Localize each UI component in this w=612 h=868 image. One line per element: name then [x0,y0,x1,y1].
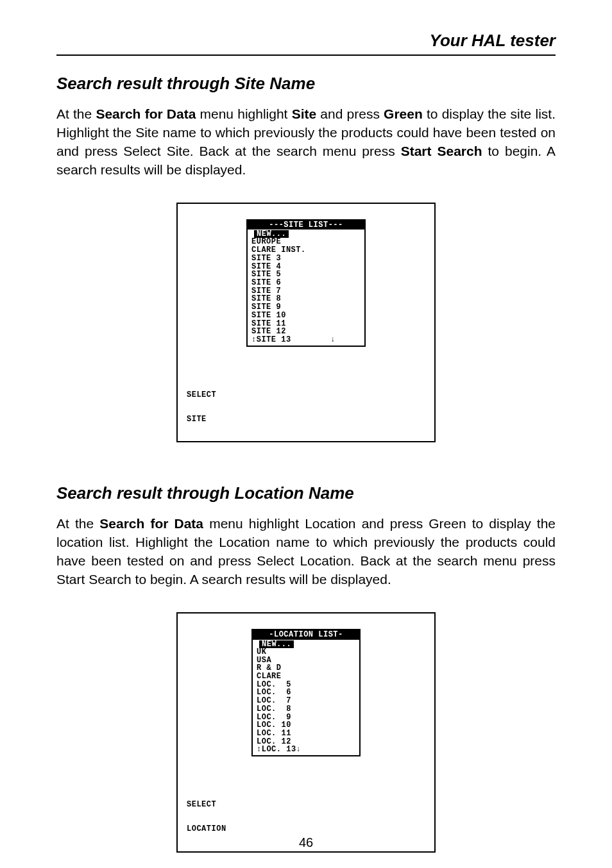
softkey-line: SELECT [187,391,427,399]
bold-site: Site [292,106,317,121]
site-list-item[interactable]: SITE 10 [251,312,361,320]
softkey-line: SITE [187,415,427,424]
softkey-select-site[interactable]: SELECT SITE [185,375,427,440]
location-list-item[interactable]: LOC. 8 [257,705,355,714]
location-list-title: -LOCATION LIST- [253,630,359,639]
location-list-item[interactable]: LOC. 7 [257,697,355,705]
section2-paragraph: At the Search for Data menu highlight Lo… [56,515,556,589]
para-text: At the [56,516,99,531]
section1-heading: Search result through Site Name [56,74,556,94]
site-list-title: ---SITE LIST--- [248,221,364,230]
page-number: 46 [0,835,612,850]
location-list-selected-item[interactable]: NEW... [259,640,294,648]
site-list-item[interactable]: SITE 3 [251,255,361,263]
softkey-line: LOCATION [187,825,427,833]
para-text: At the [56,106,96,121]
location-list-box: -LOCATION LIST- NEW... UK USA R & D CLAR… [251,629,361,756]
para-text: menu highlight [196,106,291,121]
lcd-screen-location-list: -LOCATION LIST- NEW... UK USA R & D CLAR… [176,612,436,853]
site-list-item[interactable]: ↕SITE 13 ↓ [251,336,361,344]
section1-paragraph: At the Search for Data menu highlight Si… [56,105,556,179]
lcd-screen-site-list: ---SITE LIST--- NEW... EUROPE CLARE INST… [176,203,436,443]
bold-search-for-data: Search for Data [99,516,203,531]
site-list-item[interactable]: SITE 9 [251,303,361,312]
bold-start-search: Start Search [401,144,482,158]
para-text: and press [316,106,384,121]
site-list-item[interactable]: SITE 6 [251,279,361,287]
location-list-item[interactable]: UK [257,648,355,656]
location-list-item[interactable]: CLARE [257,672,355,681]
location-list-item[interactable]: LOC. 11 [257,730,355,738]
page-header-title: Your HAL tester [56,31,556,56]
location-list-item[interactable]: ↕LOC. 13↓ [257,746,355,754]
section2-heading: Search result through Location Name [56,483,556,503]
site-list-item[interactable]: CLARE INST. [251,246,361,255]
softkey-line: SELECT [187,801,427,809]
site-list-box: ---SITE LIST--- NEW... EUROPE CLARE INST… [246,219,366,347]
bold-search-for-data: Search for Data [96,106,196,121]
bold-green: Green [384,106,423,121]
